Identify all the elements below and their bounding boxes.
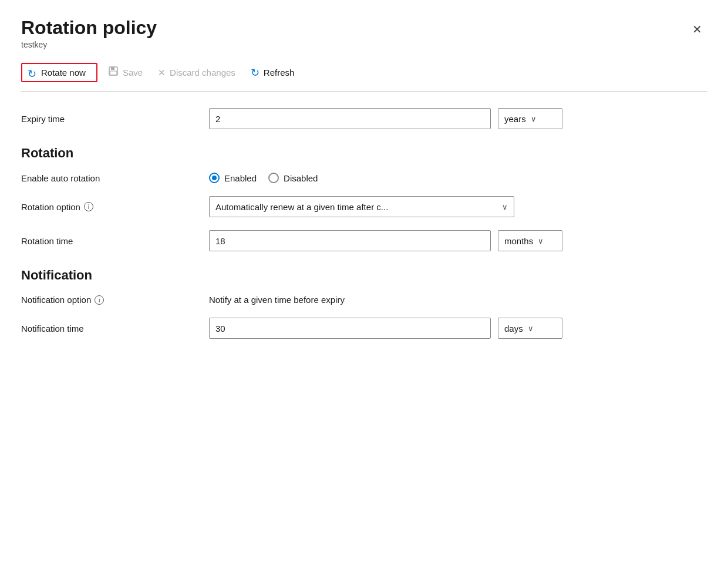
close-button[interactable]: ✕ [687,20,707,39]
discard-icon: ✕ [158,68,166,78]
rotation-option-dropdown[interactable]: Automatically renew at a given time afte… [209,196,514,217]
refresh-label: Refresh [264,68,295,78]
rotation-time-input[interactable] [209,230,491,251]
panel-title: Rotation policy [21,16,157,39]
rotation-time-label: Rotation time [21,236,209,246]
expiry-row: Expiry time years ∨ [21,108,707,129]
expiry-label: Expiry time [21,114,209,124]
notification-time-input[interactable] [209,318,491,339]
disabled-radio-label: Disabled [284,173,318,183]
rotation-policy-panel: Rotation policy testkey ✕ ↻ Rotate now S… [0,0,728,566]
enabled-radio-label: Enabled [224,173,257,183]
rotation-option-controls: Automatically renew at a given time afte… [209,196,707,217]
rotate-now-button[interactable]: ↻ Rotate now [22,64,96,81]
auto-rotation-row: Enable auto rotation Enabled Disabled [21,173,707,183]
refresh-button[interactable]: ↻ Refresh [246,63,305,83]
rotation-time-unit-dropdown[interactable]: months ∨ [498,230,562,251]
rotate-now-label: Rotate now [41,68,86,78]
rotation-option-info-icon: i [84,202,93,211]
svg-rect-2 [110,71,117,75]
notification-time-unit-dropdown[interactable]: days ∨ [498,318,562,339]
enabled-radio-circle [209,173,220,183]
discard-label: Discard changes [170,68,235,78]
close-icon: ✕ [692,23,702,36]
expiry-controls: years ∨ [209,108,707,129]
auto-rotation-label: Enable auto rotation [21,173,209,183]
rotation-time-controls: months ∨ [209,230,707,251]
auto-rotation-radio-group: Enabled Disabled [209,173,318,183]
rotation-option-chevron: ∨ [502,203,508,211]
notification-heading: Notification [21,268,707,283]
rotation-time-unit-chevron: ∨ [538,237,544,245]
save-button[interactable]: Save [103,62,153,83]
discard-button[interactable]: ✕ Discard changes [153,64,246,82]
svg-rect-1 [111,67,114,70]
rotate-now-wrapper: ↻ Rotate now [21,63,97,82]
disabled-radio[interactable]: Disabled [268,173,318,183]
notification-time-controls: days ∨ [209,318,707,339]
rotation-time-unit-label: months [504,236,533,246]
save-label: Save [123,68,143,78]
notification-time-label: Notification time [21,324,209,333]
rotation-time-row: Rotation time months ∨ [21,230,707,251]
expiry-unit-chevron: ∨ [531,114,537,123]
notification-time-unit-label: days [504,324,523,333]
notification-option-value: Notify at a given time before expiry [209,295,345,305]
panel-header: Rotation policy testkey ✕ [21,16,707,60]
notification-time-row: Notification time days ∨ [21,318,707,339]
refresh-icon: ↻ [251,66,259,79]
expiry-section: Expiry time years ∨ [21,108,707,129]
toolbar: ↻ Rotate now Save ✕ Discard changes ↻ Re… [21,62,707,92]
notification-option-controls: Notify at a given time before expiry [209,295,707,305]
notification-section: Notification Notification option i Notif… [21,268,707,339]
notification-time-unit-chevron: ∨ [528,324,534,333]
rotation-option-row: Rotation option i Automatically renew at… [21,196,707,217]
expiry-unit-dropdown[interactable]: years ∨ [498,108,562,129]
disabled-radio-circle [268,173,279,183]
rotate-icon: ↻ [27,68,37,78]
enabled-radio[interactable]: Enabled [209,173,257,183]
save-icon [108,66,119,79]
notification-option-info-icon: i [95,295,104,305]
expiry-unit-label: years [504,114,526,124]
rotation-section: Rotation Enable auto rotation Enabled Di… [21,146,707,251]
panel-subtitle: testkey [21,40,157,49]
rotation-option-label: Rotation option i [21,202,209,212]
notification-option-row: Notification option i Notify at a given … [21,295,707,305]
notification-option-label: Notification option i [21,295,209,305]
auto-rotation-controls: Enabled Disabled [209,173,707,183]
rotation-heading: Rotation [21,146,707,161]
rotation-option-value: Automatically renew at a given time afte… [215,202,388,212]
header-text-group: Rotation policy testkey [21,16,157,60]
expiry-time-input[interactable] [209,108,491,129]
